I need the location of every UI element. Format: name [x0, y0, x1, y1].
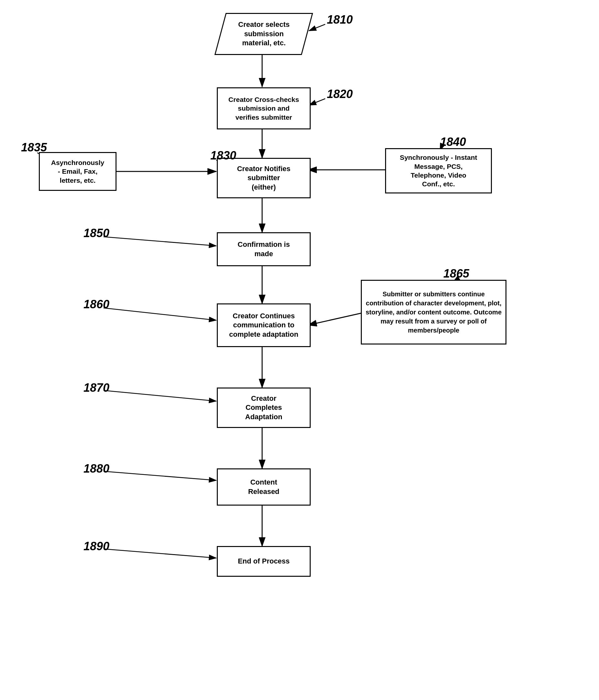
label-1870: 1870 [83, 381, 110, 395]
box-1835-text: Asynchronously - Email, Fax, letters, et… [51, 158, 104, 185]
label-1835: 1835 [21, 141, 47, 154]
box-1820-text: Creator Cross-checks submission and veri… [229, 95, 299, 122]
label-1820: 1820 [327, 88, 353, 101]
box-1865: Submitter or submitters continue contrib… [361, 280, 506, 345]
svg-line-7 [308, 312, 366, 325]
box-1865-text: Submitter or submitters continue contrib… [365, 290, 502, 335]
box-1860: Creator Continues communication to compl… [217, 303, 311, 347]
box-1860-text: Creator Continues communication to compl… [229, 311, 298, 339]
box-1870: Creator Completes Adaptation [217, 388, 311, 428]
label-1865: 1865 [444, 267, 469, 280]
svg-line-17 [103, 308, 216, 320]
box-1830: Creator Notifies submitter (either) [217, 158, 311, 198]
label-1810: 1810 [327, 13, 353, 27]
label-1850: 1850 [83, 226, 110, 240]
box-1820: Creator Cross-checks submission and veri… [217, 88, 311, 129]
box-1850-text: Confirmation is made [238, 240, 290, 258]
label-1830: 1830 [210, 149, 236, 162]
svg-line-12 [309, 99, 325, 105]
box-1890: End of Process [217, 546, 311, 577]
diagram-container: Creator selects submission material, etc… [0, 0, 599, 700]
box-1850: Confirmation is made [217, 232, 311, 266]
svg-line-19 [103, 391, 216, 401]
svg-line-11 [309, 24, 325, 31]
box-1830-text: Creator Notifies submitter (either) [237, 164, 290, 192]
label-1890: 1890 [83, 540, 110, 553]
svg-line-20 [103, 471, 216, 480]
box-1890-text: End of Process [238, 557, 290, 566]
box-1880: Content Released [217, 468, 311, 506]
box-1840: Synchronously - Instant Message, PCS, Te… [385, 148, 492, 194]
box-1840-text: Synchronously - Instant Message, PCS, Te… [400, 153, 477, 188]
label-1840: 1840 [440, 135, 466, 149]
svg-line-16 [103, 237, 216, 246]
box-1835: Asynchronously - Email, Fax, letters, et… [39, 152, 117, 191]
box-1870-text: Creator Completes Adaptation [245, 394, 283, 422]
box-1810: Creator selects submission material, etc… [215, 13, 313, 55]
box-1880-text: Content Released [248, 478, 280, 496]
label-1880: 1880 [83, 462, 110, 476]
label-1860: 1860 [83, 298, 110, 311]
box-1810-text: Creator selects submission material, etc… [238, 20, 290, 48]
svg-line-21 [103, 549, 216, 558]
